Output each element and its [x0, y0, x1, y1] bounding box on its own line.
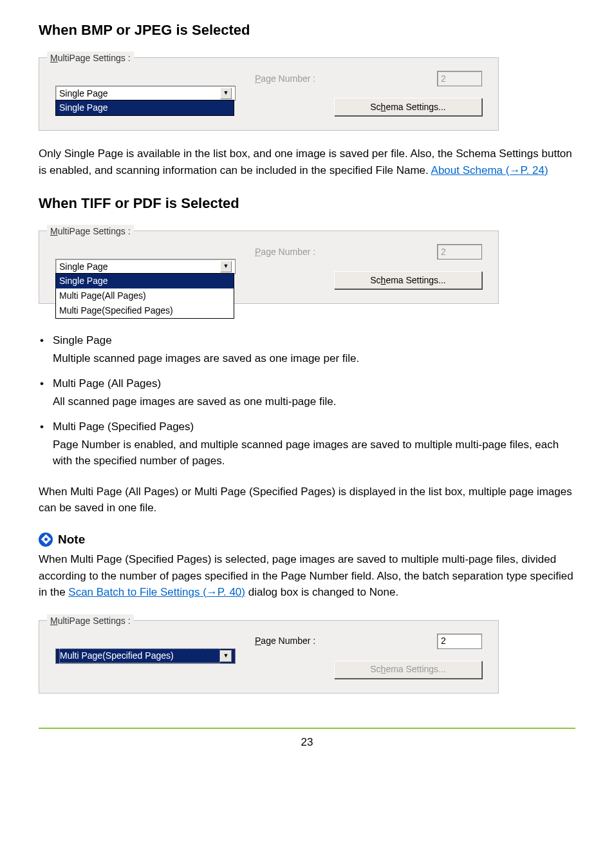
page-number-label: Page Number :	[255, 634, 315, 648]
list-item: • Single Page Multiple scanned page imag…	[39, 332, 575, 366]
page-number-label: Page Number :	[255, 245, 315, 259]
page-number-footer: 23	[39, 728, 575, 751]
schema-settings-button: Schema Settings...	[334, 661, 482, 679]
dropdown-item-all-pages[interactable]: Multi Page(All Pages)	[56, 288, 234, 303]
multipage-combo[interactable]: Single Page ▼	[55, 86, 236, 101]
chevron-down-icon: ▼	[220, 88, 232, 99]
schema-settings-button[interactable]: Schema Settings...	[334, 271, 482, 289]
page-number-input: 2	[437, 71, 482, 86]
note-text: When Multi Page (Specified Pages) is sel…	[39, 551, 575, 601]
note-header: Note	[39, 531, 575, 549]
dropdown-item-specified-pages[interactable]: Multi Page(Specified Pages)	[56, 303, 234, 318]
heading-tiff-pdf: When TIFF or PDF is Selected	[39, 193, 575, 214]
multipage-settings-tiff: MultiPage Settings : Single Page ▼ Singl…	[39, 225, 575, 328]
list-item: • Multi Page (Specified Pages) Page Numb…	[39, 419, 575, 469]
schema-settings-button[interactable]: Schema Settings...	[334, 98, 482, 116]
page-number-label: Page Number :	[255, 72, 315, 86]
page-number-input: 2	[437, 244, 482, 259]
options-bullet-list: • Single Page Multiple scanned page imag…	[39, 332, 575, 469]
note-icon	[39, 533, 53, 547]
multipage-dropdown[interactable]: Single Page	[55, 100, 234, 116]
multipage-combo[interactable]: Single Page ▼	[55, 259, 236, 274]
about-schema-link[interactable]: About Schema (→P. 24)	[431, 164, 548, 176]
heading-bmp-jpeg: When BMP or JPEG is Selected	[39, 19, 575, 41]
multipage-combo[interactable]: Multi Page(Specified Pages) ▼	[55, 648, 236, 664]
scan-batch-link[interactable]: Scan Batch to File Settings (→P. 40)	[68, 586, 245, 598]
page-number-input[interactable]: 2	[437, 634, 482, 649]
bmp-jpeg-description: Only Single Page is available in the lis…	[39, 146, 575, 178]
dropdown-item-single[interactable]: Single Page	[56, 274, 234, 288]
dropdown-item-single[interactable]: Single Page	[56, 100, 234, 115]
chevron-down-icon: ▼	[220, 261, 232, 272]
multi-page-description: When Multi Page (All Pages) or Multi Pag…	[39, 484, 575, 516]
chevron-down-icon: ▼	[220, 650, 232, 662]
multipage-settings-specified: MultiPage Settings : Multi Page(Specifie…	[39, 615, 575, 708]
fieldset-legend: MultiPage Settings :	[47, 52, 134, 65]
fieldset-legend: MultiPage Settings :	[47, 225, 134, 238]
multipage-settings-bmp: MultiPage Settings : Single Page ▼ Singl…	[39, 52, 575, 146]
multipage-dropdown[interactable]: Single Page Multi Page(All Pages) Multi …	[55, 273, 234, 319]
list-item: • Multi Page (All Pages) All scanned pag…	[39, 375, 575, 410]
fieldset-legend: MultiPage Settings :	[47, 614, 134, 628]
